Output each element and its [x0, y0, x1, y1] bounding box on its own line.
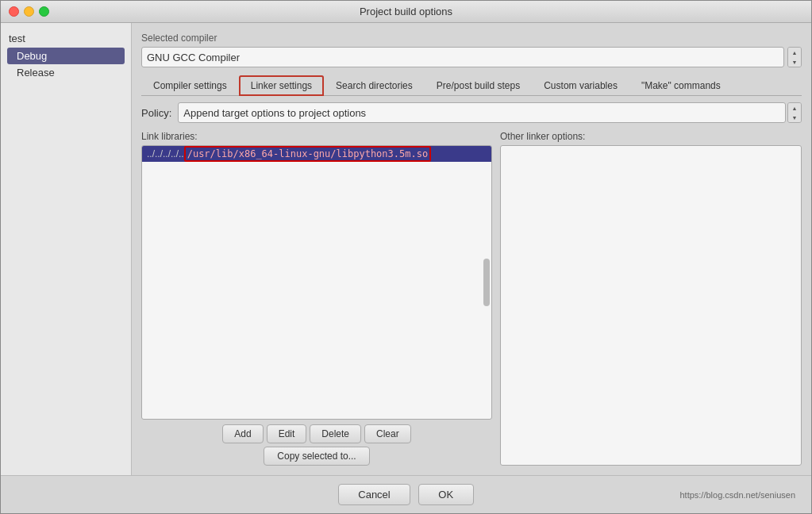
compiler-select[interactable]: GNU GCC Compiler [141, 47, 784, 67]
policy-spinner-down[interactable]: ▼ [788, 113, 801, 122]
list-action-buttons: Add Edit Delete Clear [141, 424, 492, 443]
close-button[interactable] [9, 6, 19, 17]
tab-linker-settings[interactable]: Linker settings [239, 75, 324, 96]
link-libraries-label: Link libraries: [141, 131, 492, 142]
copy-selected-to-button[interactable]: Copy selected to... [264, 447, 369, 466]
sidebar-project-label: test [1, 29, 131, 48]
scrollbar[interactable] [483, 259, 490, 306]
policy-spinner[interactable]: ▲ ▼ [787, 102, 802, 123]
edit-button[interactable]: Edit [267, 424, 307, 443]
traffic-lights [9, 6, 49, 17]
title-bar: Project build options [1, 1, 811, 23]
tab-compiler-settings[interactable]: Compiler settings [141, 75, 239, 95]
policy-label: Policy: [141, 107, 171, 119]
policy-spinner-up[interactable]: ▲ [788, 103, 801, 113]
policy-row: Policy: Append target options to project… [141, 102, 802, 123]
tab-custom-variables[interactable]: Custom variables [532, 75, 629, 95]
sidebar: test Debug Release [1, 23, 132, 475]
clear-button[interactable]: Clear [364, 424, 411, 443]
sidebar-item-release[interactable]: Release [1, 64, 131, 81]
ok-button[interactable]: OK [418, 484, 474, 505]
lib-path-highlight: /usr/lib/x86_64-linux-gnu/libpython3.5m.… [184, 146, 431, 162]
maximize-button[interactable] [39, 6, 49, 17]
window: Project build options test Debug Release… [0, 0, 812, 514]
add-button[interactable]: Add [222, 424, 263, 443]
tabs: Compiler settings Linker settings Search… [141, 75, 802, 96]
tab-search-directories[interactable]: Search directories [324, 75, 425, 95]
other-linker-label: Other linker options: [500, 131, 802, 142]
link-libraries-listbox[interactable]: ../../../../../usr/lib/x86_64-linux-gnu/… [141, 145, 492, 420]
sidebar-item-debug[interactable]: Debug [7, 48, 125, 64]
left-panel: Link libraries: ../../../../../usr/lib/x… [141, 131, 492, 466]
compiler-label: Selected compiler [141, 33, 802, 44]
path-prefix: ../../../../.. [147, 148, 184, 159]
compiler-spinner[interactable]: ▲ ▼ [787, 47, 802, 67]
copy-row: Copy selected to... [141, 447, 492, 466]
cancel-button[interactable]: Cancel [338, 484, 410, 505]
window-title: Project build options [360, 6, 452, 17]
window-body: test Debug Release Selected compiler GNU… [1, 23, 811, 475]
compiler-select-row: GNU GCC Compiler ▲ ▼ [141, 47, 802, 67]
tab-pre-post-build[interactable]: Pre/post build steps [425, 75, 532, 95]
compiler-spinner-down[interactable]: ▼ [788, 57, 801, 67]
right-panel: Other linker options: [500, 131, 802, 466]
minimize-button[interactable] [24, 6, 34, 17]
list-item[interactable]: ../../../../../usr/lib/x86_64-linux-gnu/… [142, 146, 491, 162]
main-content: Selected compiler GNU GCC Compiler ▲ ▼ C… [132, 23, 811, 475]
tab-make-commands[interactable]: "Make" commands [629, 75, 733, 95]
footer: Cancel OK https://blog.csdn.net/seniusen [1, 475, 811, 513]
other-linker-textarea[interactable] [500, 145, 802, 466]
watermark: https://blog.csdn.net/seniusen [679, 490, 795, 500]
policy-select[interactable]: Append target options to project options [178, 102, 786, 123]
delete-button[interactable]: Delete [310, 424, 361, 443]
policy-select-wrap: Append target options to project options… [178, 102, 802, 123]
content-panels: Link libraries: ../../../../../usr/lib/x… [141, 131, 802, 466]
compiler-section: Selected compiler GNU GCC Compiler ▲ ▼ [141, 33, 802, 67]
compiler-spinner-up[interactable]: ▲ [788, 48, 801, 57]
